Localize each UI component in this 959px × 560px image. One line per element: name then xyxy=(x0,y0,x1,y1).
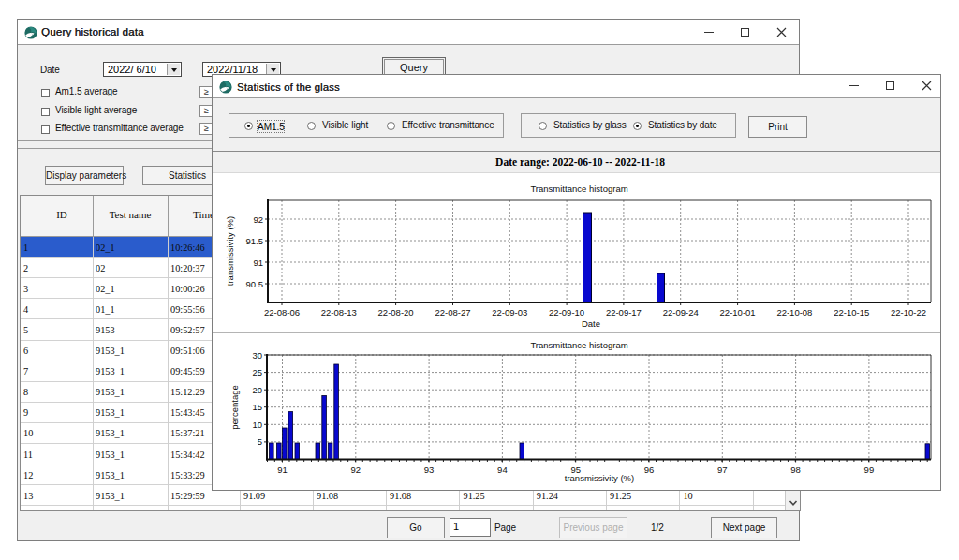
svg-text:transmissivity (%): transmissivity (%) xyxy=(225,216,235,286)
svg-text:92: 92 xyxy=(253,214,263,225)
svg-text:22-10-15: 22-10-15 xyxy=(834,307,869,317)
svg-text:22-10-01: 22-10-01 xyxy=(720,307,756,317)
svg-text:Date: Date xyxy=(582,318,600,329)
svg-text:22-09-24: 22-09-24 xyxy=(663,307,699,317)
svg-text:93: 93 xyxy=(424,464,435,475)
svg-text:percentage: percentage xyxy=(229,385,240,430)
svg-text:22-08-13: 22-08-13 xyxy=(321,307,357,317)
svg-text:15: 15 xyxy=(252,402,262,412)
svg-text:22-08-06: 22-08-06 xyxy=(264,307,300,317)
svg-text:98: 98 xyxy=(790,464,801,475)
svg-text:92: 92 xyxy=(351,464,361,475)
svg-text:91: 91 xyxy=(253,258,263,268)
svg-text:22-09-17: 22-09-17 xyxy=(606,307,642,317)
svg-text:22-09-03: 22-09-03 xyxy=(492,307,527,317)
svg-text:97: 97 xyxy=(717,464,728,475)
svg-text:22-09-10: 22-09-10 xyxy=(549,307,584,317)
svg-text:22-10-08: 22-10-08 xyxy=(776,307,812,317)
svg-text:94: 94 xyxy=(497,464,508,475)
svg-text:5: 5 xyxy=(258,436,262,447)
svg-text:20: 20 xyxy=(252,385,262,395)
svg-text:99: 99 xyxy=(864,464,875,475)
svg-text:25: 25 xyxy=(252,367,262,377)
svg-text:Transmittance histogram: Transmittance histogram xyxy=(530,184,627,194)
svg-text:10: 10 xyxy=(252,420,262,430)
svg-text:22-08-27: 22-08-27 xyxy=(435,307,470,317)
svg-text:22-08-20: 22-08-20 xyxy=(378,307,414,317)
svg-text:96: 96 xyxy=(644,464,655,475)
svg-text:transmissivity (%): transmissivity (%) xyxy=(565,473,634,483)
svg-text:91.5: 91.5 xyxy=(246,236,264,246)
svg-text:22-10-22: 22-10-22 xyxy=(891,307,926,317)
svg-text:90.5: 90.5 xyxy=(246,279,264,289)
svg-text:Transmittance histogram: Transmittance histogram xyxy=(530,340,627,350)
svg-text:91: 91 xyxy=(277,464,288,475)
svg-text:30: 30 xyxy=(252,350,262,361)
